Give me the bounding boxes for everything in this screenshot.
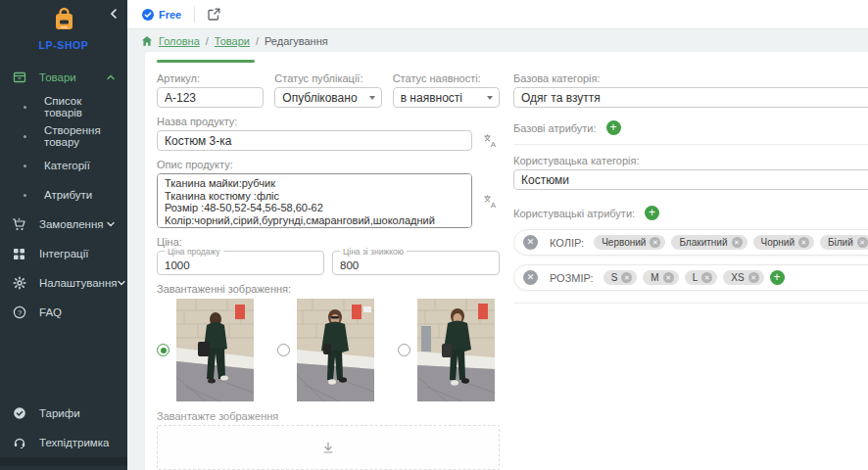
chip-label: Білий	[828, 237, 853, 248]
external-link-icon	[208, 8, 220, 21]
sidebar-item-support[interactable]: Техпідтримка	[0, 428, 127, 457]
custom-attributes-label: Користувацькі атрибути:	[513, 208, 635, 219]
remove-attribute-row-button[interactable]: ✕	[523, 270, 538, 285]
base-attributes-header: Базові атрибути: +	[513, 120, 868, 135]
availability-status-label: Статус наявності:	[393, 72, 500, 84]
plan-badge[interactable]: Free	[141, 8, 181, 22]
translate-button[interactable]: A	[480, 191, 500, 211]
attribute-chip: Білий✕	[820, 235, 868, 250]
topbar-divider	[194, 7, 195, 23]
main-image-radio[interactable]	[398, 344, 410, 356]
sidebar-item-categories[interactable]: Категорії	[0, 151, 127, 180]
upload-group: Завантажте зображення	[157, 410, 500, 470]
add-base-attribute-button[interactable]: +	[606, 120, 621, 135]
availability-status-group: Статус наявності: в наявності	[393, 72, 500, 108]
remove-chip-button[interactable]: ✕	[857, 237, 868, 248]
chevron-left-icon	[108, 8, 120, 20]
cart-icon	[12, 217, 26, 232]
open-storefront-button[interactable]	[208, 8, 220, 21]
gear-icon	[12, 276, 26, 291]
remove-chip-button[interactable]: ✕	[650, 237, 660, 248]
uploaded-images-group: Завантаженні зображення:	[157, 283, 500, 401]
product-photo-front-view[interactable]	[297, 299, 374, 401]
sidebar-collapse-button[interactable]	[108, 6, 120, 24]
breadcrumb: Головна / Товари / Редагування	[127, 29, 868, 51]
publication-status-label: Статус публікації:	[274, 72, 381, 84]
sidebar-item-settings[interactable]: Налаштування	[0, 268, 127, 298]
sale-price-input[interactable]	[158, 259, 323, 274]
discount-price-input[interactable]	[333, 259, 499, 274]
remove-chip-button[interactable]: ✕	[663, 272, 674, 283]
form-left-column: Артикул: Статус публікації: Опубліковано…	[157, 72, 500, 470]
sidebar-item-tariffs[interactable]: Тарифи	[0, 399, 127, 428]
sku-input[interactable]	[157, 87, 264, 108]
chevron-down-icon	[117, 278, 126, 288]
download-icon	[321, 441, 335, 454]
image-list	[157, 299, 500, 401]
sidebar-item-create-product[interactable]: Створення товару	[0, 121, 127, 151]
remove-chip-button[interactable]: ✕	[798, 237, 809, 248]
verified-badge-icon	[141, 8, 155, 22]
chevron-up-icon	[106, 72, 116, 82]
translate-button[interactable]: A	[480, 131, 500, 151]
product-name-label: Назва продукту:	[157, 116, 500, 127]
add-chip-button[interactable]: +	[770, 270, 785, 285]
sidebar-item-label: Створення товару	[44, 124, 116, 148]
attribute-name: РОЗМІР:	[550, 272, 594, 284]
base-category-label: Базова категорія:	[513, 72, 868, 84]
custom-attributes-header: Користувацькі атрибути: +	[513, 206, 868, 220]
product-photo-back-view[interactable]	[176, 299, 254, 401]
translate-icon: A	[483, 133, 498, 148]
main-image-radio[interactable]	[277, 344, 290, 356]
home-icon[interactable]	[141, 35, 153, 47]
add-custom-attribute-button[interactable]: +	[645, 206, 659, 220]
sidebar-item-orders[interactable]: Замовлення	[0, 210, 127, 239]
attribute-row-size: ✕ РОЗМІР: S✕ M✕ L✕ XS✕ +	[513, 264, 868, 291]
sidebar-item-label: Категорії	[44, 160, 90, 171]
remove-chip-button[interactable]: ✕	[748, 272, 759, 283]
app-window: LP-SHOP Товари Список товарів Створення …	[0, 0, 868, 470]
product-photo-front-view-2[interactable]	[417, 299, 495, 401]
breadcrumb-link-products[interactable]: Товари	[215, 35, 250, 47]
chip-label: XS	[731, 272, 744, 283]
topbar: Free uk	[127, 0, 868, 29]
remove-attribute-row-button[interactable]: ✕	[523, 235, 538, 250]
chip-label: Червоний	[602, 237, 646, 248]
remove-chip-button[interactable]: ✕	[732, 237, 743, 248]
attribute-chip: Червоний✕	[594, 235, 665, 250]
product-name-group: Назва продукту: A	[157, 116, 500, 151]
sidebar-item-product-list[interactable]: Список товарів	[0, 92, 127, 121]
help-icon: ?	[12, 306, 26, 320]
description-textarea[interactable]: Тканина майки:рубчик Тканина костюму :фл…	[157, 173, 472, 228]
sidebar-item-label: FAQ	[39, 306, 62, 318]
chevron-down-icon	[106, 219, 116, 229]
svg-text:A: A	[490, 140, 496, 149]
headset-icon	[12, 436, 26, 450]
custom-category-select[interactable]: Костюми	[513, 169, 868, 190]
bullet-icon	[24, 164, 26, 167]
sidebar-item-faq[interactable]: ? FAQ	[0, 298, 127, 327]
remove-chip-button[interactable]: ✕	[701, 272, 712, 283]
attribute-name: КОЛІР:	[550, 237, 584, 249]
sidebar-item-products[interactable]: Товари	[0, 63, 127, 92]
remove-chip-button[interactable]: ✕	[621, 272, 632, 283]
sidebar-item-integrations[interactable]: Інтеграції	[0, 239, 127, 268]
sidebar-item-label: Замовлення	[39, 218, 104, 230]
image-upload-dropzone[interactable]	[157, 425, 500, 470]
sidebar-nav: Товари Список товарів Створення товару К…	[0, 63, 127, 399]
discount-price-field: Ціна зі знижкою	[332, 251, 500, 275]
chip-label: Чорний	[761, 237, 795, 248]
breadcrumb-link-home[interactable]: Головна	[159, 35, 200, 47]
base-category-input[interactable]	[513, 87, 868, 108]
box-icon	[12, 70, 26, 85]
image-item	[277, 299, 374, 401]
sidebar-item-label: Налаштування	[39, 277, 117, 289]
bullet-icon	[24, 106, 26, 109]
main-image-radio[interactable]	[157, 344, 169, 356]
attribute-chip: S✕	[603, 270, 638, 285]
product-name-input[interactable]	[157, 130, 472, 151]
sidebar-item-attributes[interactable]: Атрибути	[0, 180, 127, 210]
publication-status-select[interactable]: Опубліковано	[274, 87, 381, 108]
availability-status-select[interactable]: в наявності	[393, 87, 500, 108]
image-item	[157, 299, 254, 401]
